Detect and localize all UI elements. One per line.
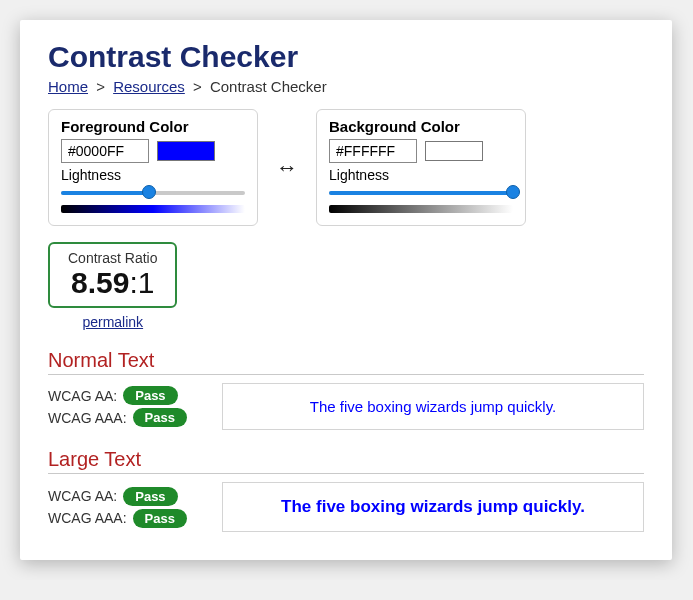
- normal-aaa-status: Pass: [133, 408, 187, 427]
- colors-row: Foreground Color Lightness ↔ Background …: [48, 109, 644, 226]
- slider-filled: [61, 191, 149, 195]
- ratio-suffix: :1: [129, 266, 154, 299]
- slider-filled: [329, 191, 513, 195]
- slider-thumb[interactable]: [142, 185, 156, 199]
- normal-aa-status: Pass: [123, 386, 177, 405]
- background-swatch[interactable]: [425, 141, 483, 161]
- background-title: Background Color: [329, 118, 513, 135]
- swap-icon[interactable]: ↔: [276, 155, 298, 181]
- ratio-number: 8.59: [71, 266, 129, 299]
- breadcrumb-sep: >: [193, 78, 202, 95]
- foreground-hex-input[interactable]: [61, 139, 149, 163]
- background-lightness-label: Lightness: [329, 167, 513, 183]
- large-aa-status: Pass: [123, 487, 177, 506]
- foreground-lightness-slider[interactable]: [61, 187, 245, 199]
- page-title: Contrast Checker: [48, 40, 644, 74]
- background-lightness-slider[interactable]: [329, 187, 513, 199]
- slider-thumb[interactable]: [506, 185, 520, 199]
- ratio-block: Contrast Ratio 8.59:1 permalink: [48, 242, 177, 330]
- large-text-section: WCAG AA: Pass WCAG AAA: Pass The five bo…: [48, 482, 644, 532]
- background-gradient: [329, 205, 513, 213]
- permalink-link[interactable]: permalink: [48, 314, 177, 330]
- normal-aa-label: WCAG AA:: [48, 388, 117, 404]
- foreground-swatch[interactable]: [157, 141, 215, 161]
- ratio-box: Contrast Ratio 8.59:1: [48, 242, 177, 308]
- breadcrumb-resources[interactable]: Resources: [113, 78, 185, 95]
- large-text-heading: Large Text: [48, 448, 644, 474]
- foreground-title: Foreground Color: [61, 118, 245, 135]
- normal-aaa-label: WCAG AAA:: [48, 410, 127, 426]
- background-hex-input[interactable]: [329, 139, 417, 163]
- normal-text-section: WCAG AA: Pass WCAG AAA: Pass The five bo…: [48, 383, 644, 430]
- foreground-gradient: [61, 205, 245, 213]
- large-results: WCAG AA: Pass WCAG AAA: Pass: [48, 484, 198, 531]
- foreground-lightness-label: Lightness: [61, 167, 245, 183]
- ratio-value: 8.59:1: [68, 266, 157, 300]
- contrast-checker-card: Contrast Checker Home > Resources > Cont…: [20, 20, 672, 560]
- ratio-title: Contrast Ratio: [68, 250, 157, 266]
- large-sample: The five boxing wizards jump quickly.: [222, 482, 644, 532]
- normal-sample: The five boxing wizards jump quickly.: [222, 383, 644, 430]
- large-aaa-status: Pass: [133, 509, 187, 528]
- large-aa-label: WCAG AA:: [48, 488, 117, 504]
- breadcrumb-current: Contrast Checker: [210, 78, 327, 95]
- breadcrumb: Home > Resources > Contrast Checker: [48, 78, 644, 95]
- normal-results: WCAG AA: Pass WCAG AAA: Pass: [48, 383, 198, 430]
- normal-text-heading: Normal Text: [48, 349, 644, 375]
- breadcrumb-sep: >: [96, 78, 105, 95]
- background-panel: Background Color Lightness: [316, 109, 526, 226]
- large-aaa-label: WCAG AAA:: [48, 510, 127, 526]
- foreground-panel: Foreground Color Lightness: [48, 109, 258, 226]
- breadcrumb-home[interactable]: Home: [48, 78, 88, 95]
